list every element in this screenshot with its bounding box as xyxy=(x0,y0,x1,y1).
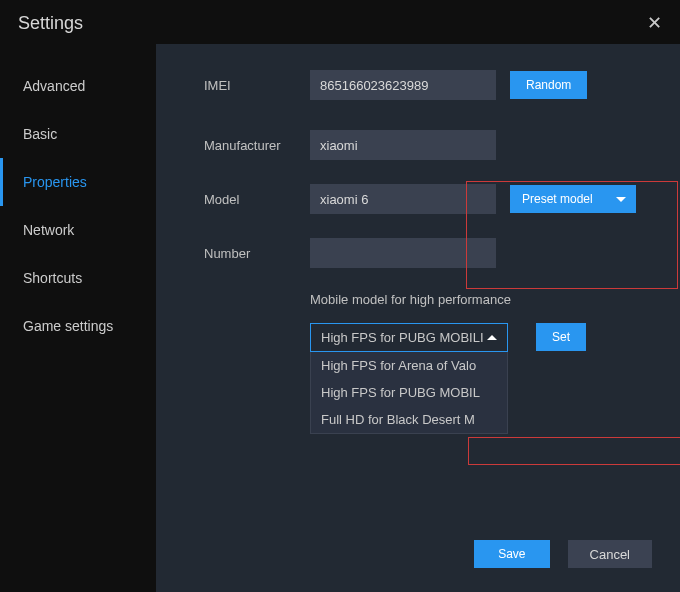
dropdown-option[interactable]: High FPS for Arena of Valo xyxy=(311,352,507,379)
set-button[interactable]: Set xyxy=(536,323,586,351)
label-number: Number xyxy=(204,246,310,261)
save-button[interactable]: Save xyxy=(474,540,549,568)
model-field[interactable] xyxy=(310,184,496,214)
sidebar-item-game-settings[interactable]: Game settings xyxy=(0,302,156,350)
sidebar-item-shortcuts[interactable]: Shortcuts xyxy=(0,254,156,302)
window-body: Advanced Basic Properties Network Shortc… xyxy=(0,44,680,592)
set-button-wrap: Set xyxy=(522,323,586,351)
preset-model-label: Preset model xyxy=(522,192,593,206)
footer: Save Cancel xyxy=(474,540,652,568)
dropdown-option[interactable]: Full HD for Black Desert M xyxy=(311,406,507,433)
random-button[interactable]: Random xyxy=(510,71,587,99)
performance-label: Mobile model for high performance xyxy=(156,292,680,307)
window-title: Settings xyxy=(18,13,83,34)
chevron-up-icon xyxy=(487,335,497,340)
dropdown-option[interactable]: High FPS for PUBG MOBIL xyxy=(311,379,507,406)
annotation-box xyxy=(468,437,680,465)
manufacturer-field[interactable] xyxy=(310,130,496,160)
label-manufacturer: Manufacturer xyxy=(204,138,310,153)
row-model: Model Preset model xyxy=(156,184,680,214)
sidebar-item-network[interactable]: Network xyxy=(0,206,156,254)
performance-dropdown[interactable]: High FPS for PUBG MOBILI xyxy=(310,323,508,352)
titlebar: Settings ✕ xyxy=(0,0,680,44)
sidebar-item-advanced[interactable]: Advanced xyxy=(0,62,156,110)
row-imei: IMEI Random xyxy=(156,70,680,100)
preset-model-button[interactable]: Preset model xyxy=(510,185,636,213)
main-panel: IMEI Random Manufacturer Model Preset mo… xyxy=(156,44,680,592)
performance-dropdown-wrap: High FPS for PUBG MOBILI High FPS for Ar… xyxy=(156,323,680,434)
number-field[interactable] xyxy=(310,238,496,268)
imei-field[interactable] xyxy=(310,70,496,100)
sidebar: Advanced Basic Properties Network Shortc… xyxy=(0,44,156,592)
cancel-button[interactable]: Cancel xyxy=(568,540,652,568)
performance-dropdown-list: High FPS for Arena of Valo High FPS for … xyxy=(310,352,508,434)
close-icon[interactable]: ✕ xyxy=(647,12,662,34)
label-imei: IMEI xyxy=(204,78,310,93)
sidebar-item-properties[interactable]: Properties xyxy=(0,158,156,206)
row-number: Number xyxy=(156,238,680,268)
performance-selected-label: High FPS for PUBG MOBILI xyxy=(321,330,484,345)
chevron-down-icon xyxy=(616,197,626,202)
sidebar-item-basic[interactable]: Basic xyxy=(0,110,156,158)
label-model: Model xyxy=(204,192,310,207)
row-manufacturer: Manufacturer xyxy=(156,130,680,160)
settings-window: Settings ✕ Advanced Basic Properties Net… xyxy=(0,0,680,592)
